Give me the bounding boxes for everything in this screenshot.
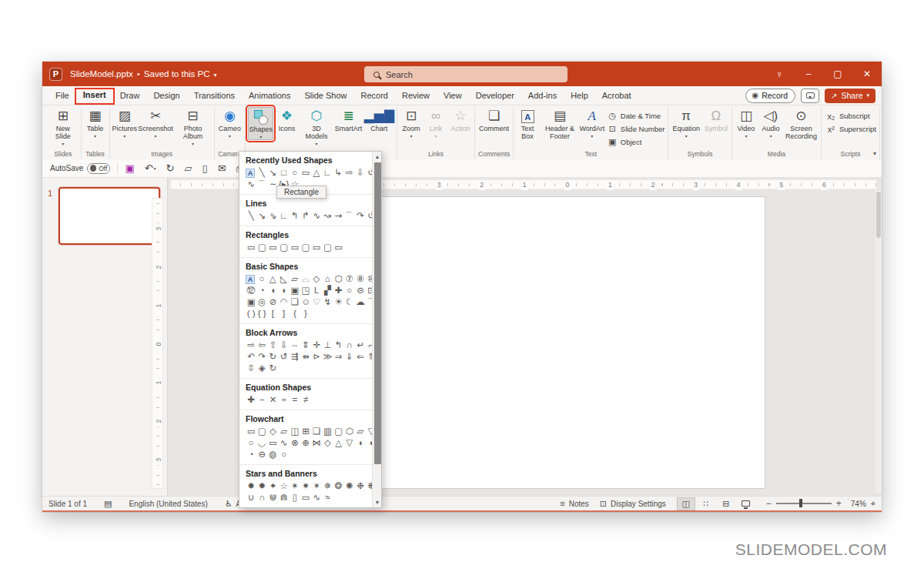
shape-item[interactable]: ▭	[267, 242, 278, 253]
shape-item[interactable]: ▭	[267, 437, 278, 449]
shape-item[interactable]: ≈	[322, 492, 333, 503]
shape-item[interactable]: ◫	[290, 426, 300, 437]
shape-item[interactable]: ↱	[300, 210, 311, 222]
shape-item[interactable]: ⇔	[290, 340, 300, 351]
shape-item[interactable]: =	[290, 394, 300, 406]
shape-item[interactable]: ▱	[279, 426, 290, 437]
ribbon-button-symbol[interactable]: ΩSymbol	[703, 107, 729, 132]
shape-item[interactable]: ▭	[290, 242, 300, 253]
shape-item[interactable]: ⊝	[355, 285, 366, 296]
spellcheck-indicator[interactable]: ▤	[104, 499, 112, 509]
shape-item[interactable]: ↵	[355, 340, 366, 351]
shape-item[interactable]: ╲	[256, 167, 267, 179]
shape-item[interactable]: ▭	[300, 167, 311, 179]
ribbon-button-shapes[interactable]: Shapes▾	[248, 107, 274, 140]
zoom-in-button[interactable]: +	[836, 499, 842, 508]
shape-item[interactable]: ↰	[290, 210, 300, 222]
shape-item[interactable]: ∿	[246, 179, 256, 190]
shape-item[interactable]: △	[311, 167, 322, 179]
comments-toggle-button[interactable]	[801, 89, 819, 103]
shape-item[interactable]: ▭	[246, 426, 256, 437]
shape-item[interactable]: ◇	[311, 273, 322, 285]
tab-insert[interactable]: Insert	[76, 86, 113, 105]
shape-item[interactable]: ○	[290, 167, 300, 179]
tab-add-ins[interactable]: Add-ins	[521, 86, 564, 105]
shape-item[interactable]: ⇶	[290, 351, 300, 363]
close-button[interactable]: ✕	[852, 62, 882, 86]
new-file-button[interactable]: ▯	[203, 163, 208, 173]
shape-item[interactable]: ▞	[322, 285, 333, 296]
shape-item[interactable]: ♡	[311, 296, 322, 308]
shape-item[interactable]: ⊗	[290, 437, 300, 449]
shape-item[interactable]: ⬡	[344, 426, 355, 437]
shape-item[interactable]: ∪	[246, 492, 256, 503]
shape-item[interactable]: ⑦	[344, 273, 355, 285]
shape-item[interactable]: ◖	[267, 285, 278, 296]
slide-sorter-view-button[interactable]: ∷	[697, 497, 715, 510]
notes-button[interactable]: ≡ Notes	[560, 499, 589, 508]
shape-item[interactable]: ⇘	[267, 210, 278, 222]
shape-item[interactable]: ⌂	[322, 273, 333, 285]
shape-item[interactable]: ↝	[322, 210, 333, 222]
minimize-button[interactable]: –	[794, 62, 823, 86]
shape-item[interactable]: ▭	[333, 242, 344, 253]
email-button[interactable]: ✉	[218, 163, 226, 173]
shape-item[interactable]: ]	[279, 308, 290, 319]
shape-item[interactable]: ↻	[267, 351, 278, 363]
shape-item[interactable]: ▢	[256, 242, 267, 253]
shape-item[interactable]: }	[300, 308, 311, 319]
tab-developer[interactable]: Developer	[469, 86, 521, 105]
shape-item[interactable]: ◍	[267, 449, 278, 460]
ribbon-button-video[interactable]: ◫Video▾	[735, 107, 758, 139]
shape-item[interactable]: ⇓	[344, 351, 355, 363]
ribbon-button-cameo[interactable]: ◉Cameo▾	[217, 107, 243, 139]
shape-item[interactable]: △	[333, 437, 344, 449]
shape-item[interactable]: ⇦	[256, 340, 267, 351]
shape-item[interactable]: ✶	[290, 480, 300, 492]
save-button[interactable]: ▣	[125, 163, 134, 173]
shape-item[interactable]: ⊞	[300, 426, 311, 437]
ribbon-button-3d-models[interactable]: ⬡3D Models▾	[300, 107, 333, 146]
shape-item[interactable]: ○	[256, 273, 267, 285]
shape-item[interactable]: ⇩	[355, 167, 366, 179]
shape-item[interactable]: ▢	[256, 426, 267, 437]
shape-item[interactable]: ▥	[322, 426, 333, 437]
dropdown-scrollbar[interactable]: ▲ ▼	[372, 152, 381, 507]
tab-record[interactable]: Record	[353, 86, 394, 105]
ribbon-button-new-slide[interactable]: ⊞New Slide▾	[48, 107, 79, 146]
ribbon-button-link[interactable]: ∞Link▾	[424, 107, 447, 139]
tab-view[interactable]: View	[437, 86, 469, 105]
fit-slide-button[interactable]: ⌖	[871, 499, 875, 509]
share-button[interactable]: ↗ Share ▾	[825, 89, 875, 103]
ribbon-button-date-time[interactable]: ◷Date & Time	[608, 109, 665, 122]
shape-item[interactable]: ╲	[246, 210, 256, 222]
ribbon-button-screen-recording[interactable]: ⊙Screen Recording	[784, 107, 819, 140]
tab-transitions[interactable]: Transitions	[187, 86, 242, 105]
ribbon-button-equation[interactable]: πEquation▾	[671, 107, 701, 139]
shape-item[interactable]: ∩	[344, 340, 355, 351]
ribbon-button-zoom[interactable]: ⊡Zoom▾	[400, 107, 423, 139]
shape-item[interactable]: ∿	[279, 437, 290, 449]
shape-item[interactable]: ⋒	[279, 492, 290, 503]
shape-item[interactable]: A	[246, 169, 255, 178]
shape-item[interactable]: ↷	[355, 210, 366, 222]
shape-item[interactable]: ⇩	[279, 340, 290, 351]
language-indicator[interactable]: English (United States)	[129, 500, 207, 508]
ribbon-button-photo-album[interactable]: ⊟Photo Album▾	[174, 107, 212, 146]
scroll-down-icon[interactable]: ▼	[373, 497, 382, 507]
open-folder-button[interactable]: ▱	[185, 163, 192, 173]
shape-item[interactable]: ⇝	[333, 210, 344, 222]
slide-thumbnail[interactable]	[59, 187, 160, 245]
shape-item[interactable]: ◖	[355, 437, 366, 449]
shape-item[interactable]: ∟	[322, 167, 333, 179]
shape-item[interactable]: ▽	[344, 437, 355, 449]
shape-item[interactable]: ☺	[300, 296, 311, 308]
tab-review[interactable]: Review	[395, 86, 437, 105]
shape-item[interactable]: ≫	[322, 351, 333, 363]
shape-item[interactable]: ⇕	[300, 340, 311, 351]
shape-item[interactable]: ☾	[344, 296, 355, 308]
shape-item[interactable]: ✺	[344, 480, 355, 492]
shape-item[interactable]: ✹	[256, 480, 267, 492]
shape-item[interactable]: ↘	[256, 210, 267, 222]
shape-item[interactable]: ⊳	[311, 351, 322, 363]
